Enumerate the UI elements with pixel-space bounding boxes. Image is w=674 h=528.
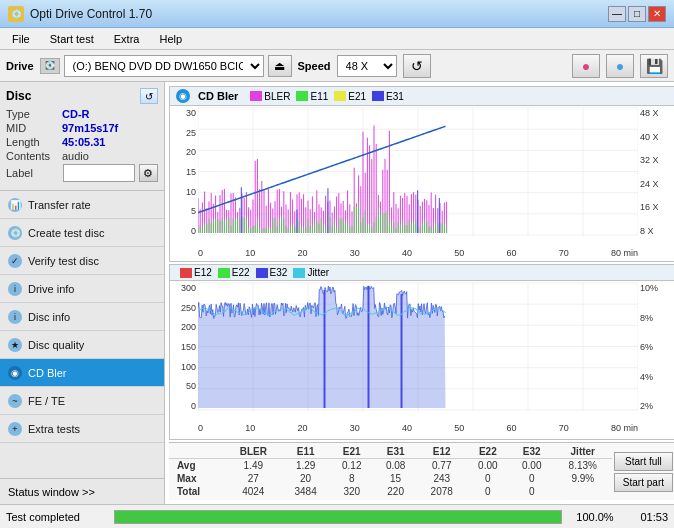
- legend-e31-label: E31: [386, 91, 404, 102]
- mid-value: 97m15s17f: [62, 122, 118, 134]
- status-window-button[interactable]: Status window >>: [0, 478, 164, 504]
- col-header-jitter: Jitter: [554, 445, 612, 459]
- legend-e22-color: [218, 268, 230, 278]
- avg-e32: 0.00: [510, 459, 554, 473]
- nav-create-test-disc[interactable]: 💿 Create test disc: [0, 219, 164, 247]
- start-part-button[interactable]: Start part: [614, 473, 673, 492]
- start-buttons: Start full Start part: [612, 445, 674, 498]
- max-e22: 0: [466, 472, 510, 485]
- length-label: Length: [6, 136, 62, 148]
- col-header-e11: E11: [281, 445, 329, 459]
- legend-e32-color: [256, 268, 268, 278]
- col-header-e12: E12: [418, 445, 466, 459]
- legend-bler-color: [250, 91, 262, 101]
- left-panel: Disc ↺ Type CD-R MID 97m15s17f Length 45…: [0, 82, 165, 504]
- length-value: 45:05.31: [62, 136, 105, 148]
- menu-file[interactable]: File: [4, 31, 38, 47]
- legend-e21-color: [334, 91, 346, 101]
- max-jitter: 9.9%: [554, 472, 612, 485]
- refresh-button[interactable]: ↺: [403, 54, 431, 78]
- avg-e31: 0.08: [374, 459, 418, 473]
- avg-bler: 1.49: [225, 459, 281, 473]
- nav-transfer-rate[interactable]: 📊 Transfer rate: [0, 191, 164, 219]
- chart1-container: ◉ CD Bler BLER E11 E21: [169, 86, 674, 262]
- progress-fill: [115, 511, 561, 523]
- nav-label-extra-tests: Extra tests: [28, 423, 80, 435]
- main-layout: Disc ↺ Type CD-R MID 97m15s17f Length 45…: [0, 82, 674, 504]
- stats-avg-row: Avg 1.49 1.29 0.12 0.08 0.77 0.00 0.00 8…: [169, 459, 612, 473]
- mid-label: MID: [6, 122, 62, 134]
- total-e11: 3484: [281, 485, 329, 498]
- nav-drive-info[interactable]: i Drive info: [0, 275, 164, 303]
- titlebar: 💿 Opti Drive Control 1.70 — □ ✕: [0, 0, 674, 28]
- cd-button[interactable]: ●: [572, 54, 600, 78]
- col-header-e32: E32: [510, 445, 554, 459]
- legend-e31: E31: [372, 91, 404, 102]
- nav-disc-info[interactable]: i Disc info: [0, 303, 164, 331]
- progress-bar: [114, 510, 562, 524]
- chart1-y-axis: 302520151050: [170, 106, 198, 248]
- max-e11: 20: [281, 472, 329, 485]
- chart1-x-axis: 01020304050607080 min: [170, 248, 674, 258]
- col-header-e22: E22: [466, 445, 510, 459]
- menu-start-test[interactable]: Start test: [42, 31, 102, 47]
- legend-e12: E12: [180, 267, 212, 278]
- avg-e12: 0.77: [418, 459, 466, 473]
- max-label: Max: [169, 472, 225, 485]
- max-bler: 27: [225, 472, 281, 485]
- legend-e31-color: [372, 91, 384, 101]
- col-header-e31: E31: [374, 445, 418, 459]
- disc-refresh-button[interactable]: ↺: [140, 88, 158, 104]
- contents-label: Contents: [6, 150, 62, 162]
- total-e22: 0: [466, 485, 510, 498]
- legend-e22-label: E22: [232, 267, 250, 278]
- status-text: Test completed: [6, 511, 106, 523]
- col-header-bler: BLER: [225, 445, 281, 459]
- eject-button[interactable]: ⏏: [268, 55, 292, 77]
- start-full-button[interactable]: Start full: [614, 452, 673, 471]
- chart2-canvas: [198, 281, 638, 423]
- legend-bler-label: BLER: [264, 91, 290, 102]
- nav-verify-test-disc[interactable]: ✓ Verify test disc: [0, 247, 164, 275]
- nav-fe-te[interactable]: ~ FE / TE: [0, 387, 164, 415]
- drive-dropdown[interactable]: (O:) BENQ DVD DD DW1650 BCIC: [64, 55, 264, 77]
- stats-table-area: BLER E11 E21 E31 E12 E22 E32 Jitter Avg …: [169, 442, 674, 500]
- chart1-y-axis-right: 48 X40 X32 X24 X16 X8 X: [638, 106, 674, 248]
- status-bar: Test completed 100.0% 01:53: [0, 504, 674, 528]
- legend-e11-label: E11: [310, 91, 328, 102]
- verify-test-disc-icon: ✓: [8, 254, 22, 268]
- toolbar: Drive 💽 (O:) BENQ DVD DD DW1650 BCIC ⏏ S…: [0, 50, 674, 82]
- window-controls: — □ ✕: [608, 6, 666, 22]
- stats-header-row: BLER E11 E21 E31 E12 E22 E32 Jitter: [169, 445, 612, 459]
- label-input[interactable]: [63, 164, 135, 182]
- save-button[interactable]: 💾: [640, 54, 668, 78]
- nav-label-verify-test-disc: Verify test disc: [28, 255, 99, 267]
- drive-info-icon: i: [8, 282, 22, 296]
- close-button[interactable]: ✕: [648, 6, 666, 22]
- nav-cd-bler[interactable]: ◉ CD Bler: [0, 359, 164, 387]
- status-window-label: Status window >>: [8, 486, 95, 498]
- nav-label-fe-te: FE / TE: [28, 395, 65, 407]
- fe-te-icon: ~: [8, 394, 22, 408]
- total-e32: 0: [510, 485, 554, 498]
- stats-max-row: Max 27 20 8 15 243 0 0 9.9%: [169, 472, 612, 485]
- maximize-button[interactable]: □: [628, 6, 646, 22]
- menu-extra[interactable]: Extra: [106, 31, 148, 47]
- info-button[interactable]: ●: [606, 54, 634, 78]
- nav-label-create-test-disc: Create test disc: [28, 227, 104, 239]
- nav-disc-quality[interactable]: ★ Disc quality: [0, 331, 164, 359]
- speed-dropdown[interactable]: 48 X: [337, 55, 397, 77]
- legend-e12-label: E12: [194, 267, 212, 278]
- chart1-title: CD Bler: [198, 90, 238, 102]
- max-e31: 15: [374, 472, 418, 485]
- nav-label-cd-bler: CD Bler: [28, 367, 67, 379]
- max-e32: 0: [510, 472, 554, 485]
- app-icon: 💿: [8, 6, 24, 22]
- menu-help[interactable]: Help: [151, 31, 190, 47]
- nav-extra-tests[interactable]: + Extra tests: [0, 415, 164, 443]
- extra-tests-icon: +: [8, 422, 22, 436]
- nav-label-disc-quality: Disc quality: [28, 339, 84, 351]
- minimize-button[interactable]: —: [608, 6, 626, 22]
- nav-label-transfer-rate: Transfer rate: [28, 199, 91, 211]
- label-icon-button[interactable]: ⚙: [139, 164, 158, 182]
